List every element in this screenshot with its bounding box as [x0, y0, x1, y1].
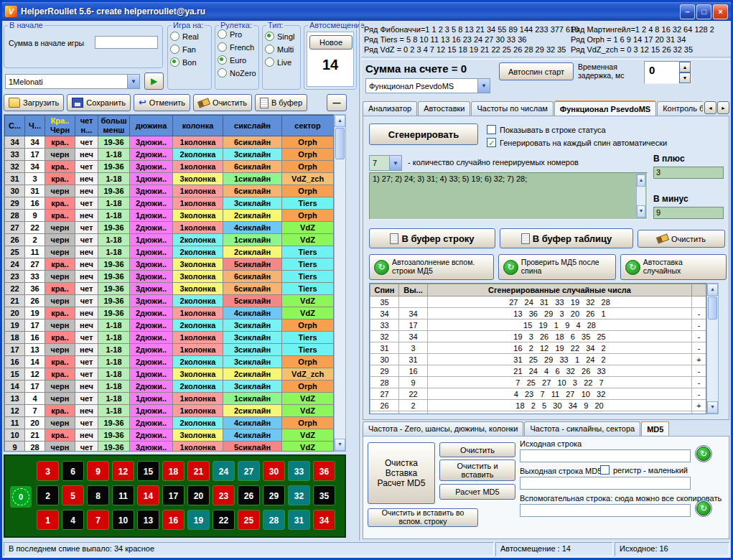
count-select[interactable]: 7 ▼: [369, 155, 402, 171]
radio-option-multi[interactable]: Multi: [265, 45, 298, 54]
history-row[interactable]: 2916кра..чет1-182дюжи..1колонка3сиклайнT…: [5, 197, 334, 210]
history-row[interactable]: 1120чернчет19-362дюжи..2колонка4сиклайнO…: [5, 417, 334, 429]
source-refresh-button[interactable]: ↻: [695, 445, 712, 462]
spinner-down-icon[interactable]: ▼: [679, 73, 691, 83]
scroll-up-icon[interactable]: ▲: [637, 174, 645, 187]
history-row[interactable]: 2427кра..неч19-363дюжи..3колонка5сиклайн…: [5, 258, 334, 271]
radio-option-live[interactable]: Live: [265, 57, 298, 67]
chevron-down-icon[interactable]: ▼: [127, 75, 139, 88]
tab-2[interactable]: Частоты по числам: [471, 101, 553, 116]
board-cell-14[interactable]: 14: [137, 485, 159, 505]
history-row[interactable]: 1614кра..чет1-182дюжи..2колонка3сиклайнO…: [5, 356, 334, 368]
board-cell-25[interactable]: 25: [238, 510, 260, 530]
board-cell-7[interactable]: 7: [87, 510, 109, 530]
board-cell-3[interactable]: 3: [37, 461, 59, 481]
board-cell-22[interactable]: 22: [213, 510, 235, 530]
md5-action-button-1[interactable]: ↻Проверить МД5 после спина: [498, 254, 616, 280]
board-cell-15[interactable]: 15: [137, 461, 159, 481]
gen-row[interactable]: 27224 23 7 11 27 10 32-: [370, 388, 706, 400]
helper-string-input[interactable]: [520, 504, 691, 517]
toolbar-save-button[interactable]: Сохранить: [67, 94, 131, 111]
scrollbar-thumb[interactable]: [708, 297, 717, 319]
close-button[interactable]: ×: [713, 4, 728, 19]
gen-row[interactable]: 26218 2 5 30 34 9 20+: [370, 400, 706, 411]
scroll-up-icon[interactable]: ▲: [335, 115, 345, 127]
scroll-down-icon[interactable]: ▼: [637, 205, 645, 218]
gen-row[interactable]: 2897 25 27 10 3 22 7-: [370, 377, 706, 388]
gen-row[interactable]: 343413 36 29 3 20 26 1-: [370, 308, 706, 319]
buffer-table-button[interactable]: В буфер таблицу: [500, 228, 633, 248]
board-cell-33[interactable]: 33: [288, 461, 310, 481]
tab-scroll-left-icon[interactable]: ◄: [704, 101, 716, 114]
toolbar-undo-button[interactable]: ↩Отменить: [134, 94, 190, 111]
history-row[interactable]: 3434кра..чет19-363дюжи..1колонка6сиклайн…: [5, 136, 334, 149]
board-cell-20[interactable]: 20: [187, 485, 210, 505]
clear-insert-helper-button[interactable]: Очистить и вставить во вспом. строку: [368, 508, 478, 527]
radio-option-pro[interactable]: Pro: [218, 29, 256, 39]
board-cell-11[interactable]: 11: [112, 485, 134, 505]
new-offset-button[interactable]: Новое: [309, 35, 353, 50]
chevron-down-icon[interactable]: ▼: [477, 79, 490, 93]
gen-row[interactable]: 31316 2 12 19 22 34 2-: [370, 342, 706, 354]
gen-row[interactable]: 3527 24 31 33 19 32 28: [370, 297, 706, 308]
board-cell-30[interactable]: 30: [263, 461, 285, 481]
function-select[interactable]: Функционал PsevdoMS ▼: [365, 78, 490, 93]
history-row[interactable]: 2333черннеч19-363дюжи..3колонка6сиклайнT…: [5, 271, 334, 283]
history-row[interactable]: 289кра..неч1-181дюжи..3колонка2сиклайнOr…: [5, 210, 334, 222]
numbers-scrollbar[interactable]: ▲ ▼: [636, 174, 646, 218]
board-cell-5[interactable]: 5: [62, 485, 84, 505]
gen-row[interactable]: 303131 25 29 33 1 24 2+: [370, 354, 706, 365]
history-row[interactable]: 1917черннеч1-182дюжи..2колонка3сиклайнOr…: [5, 319, 334, 332]
board-cell-32[interactable]: 32: [288, 485, 310, 505]
history-scrollbar[interactable]: ▲ ▼: [334, 114, 346, 452]
chevron-down-icon[interactable]: ▼: [389, 156, 401, 170]
history-row[interactable]: 2511черннеч1-181дюжи..2колонка2сиклайнTi…: [5, 246, 334, 258]
board-cell-8[interactable]: 8: [87, 485, 109, 505]
radio-option-bon[interactable]: Bon: [170, 57, 209, 67]
show-in-status-checkbox[interactable]: [487, 125, 496, 134]
bottom-tab-1[interactable]: Частота - сиклайны, сектора: [524, 421, 640, 437]
run-button[interactable]: ▶: [144, 73, 164, 90]
out-string-input[interactable]: [520, 477, 691, 490]
md5-clear-button[interactable]: Очистить: [439, 442, 515, 457]
board-cell-12[interactable]: 12: [112, 461, 134, 481]
scrollbar-thumb[interactable]: [335, 128, 345, 159]
scroll-up-icon[interactable]: ▲: [707, 284, 718, 296]
scroll-down-icon[interactable]: ▼: [707, 401, 718, 414]
board-cell-6[interactable]: 6: [62, 461, 84, 481]
radio-option-real[interactable]: Real: [170, 32, 209, 41]
collapse-button[interactable]: —: [327, 94, 347, 111]
board-cell-29[interactable]: 29: [263, 485, 285, 505]
board-cell-21[interactable]: 21: [187, 461, 210, 481]
history-row[interactable]: 1713черннеч1-182дюжи..1колонка3сиклайнTi…: [5, 344, 334, 356]
board-cell-9[interactable]: 9: [87, 461, 109, 481]
board-cell-17[interactable]: 17: [162, 485, 185, 505]
history-row[interactable]: 134чернчет1-181дюжи..1колонка1сиклайнVdZ: [5, 393, 334, 405]
board-cell-24[interactable]: 24: [213, 461, 235, 481]
tab-0[interactable]: Анализатор: [363, 101, 417, 116]
toolbar-load-button[interactable]: Загрузить: [4, 94, 64, 111]
delay-spinner[interactable]: 0 ▲ ▼: [644, 61, 691, 84]
board-cell-zero[interactable]: 0: [10, 486, 32, 508]
generate-button[interactable]: Сгенерировать: [369, 123, 478, 145]
radio-option-french[interactable]: French: [218, 42, 256, 52]
board-cell-19[interactable]: 19: [187, 510, 210, 530]
tab-4[interactable]: Контроль банкрол: [657, 101, 703, 116]
board-cell-10[interactable]: 10: [112, 510, 134, 530]
maximize-button[interactable]: □: [696, 4, 711, 19]
board-cell-35[interactable]: 35: [313, 485, 335, 505]
history-row[interactable]: 2126чернчет19-363дюжи..2колонка5сиклайнV…: [5, 295, 334, 307]
history-row[interactable]: 3234кра..чет19-363дюжи..1колонка6сиклайн…: [5, 161, 334, 173]
minimize-button[interactable]: –: [680, 4, 695, 19]
board-cell-1[interactable]: 1: [37, 510, 59, 530]
helper-refresh-button[interactable]: ↻: [695, 500, 712, 517]
clear-numbers-button[interactable]: Очистить: [638, 230, 725, 248]
board-cell-36[interactable]: 36: [313, 461, 335, 481]
history-row[interactable]: 3317черннеч1-182дюжи..2колонка3сиклайнOr…: [5, 149, 334, 161]
buffer-row-button[interactable]: В буфер строку: [369, 228, 495, 248]
md5-action-button-2[interactable]: ↻Автоставка случайных: [620, 254, 727, 280]
history-row[interactable]: 3031черннеч19-363дюжи..1колонка6сиклайнO…: [5, 185, 334, 197]
radio-option-nozero[interactable]: NoZero: [218, 68, 256, 78]
profile-select[interactable]: 1Melonati ▼: [5, 74, 140, 89]
tab-1[interactable]: Автоставки: [418, 101, 470, 116]
